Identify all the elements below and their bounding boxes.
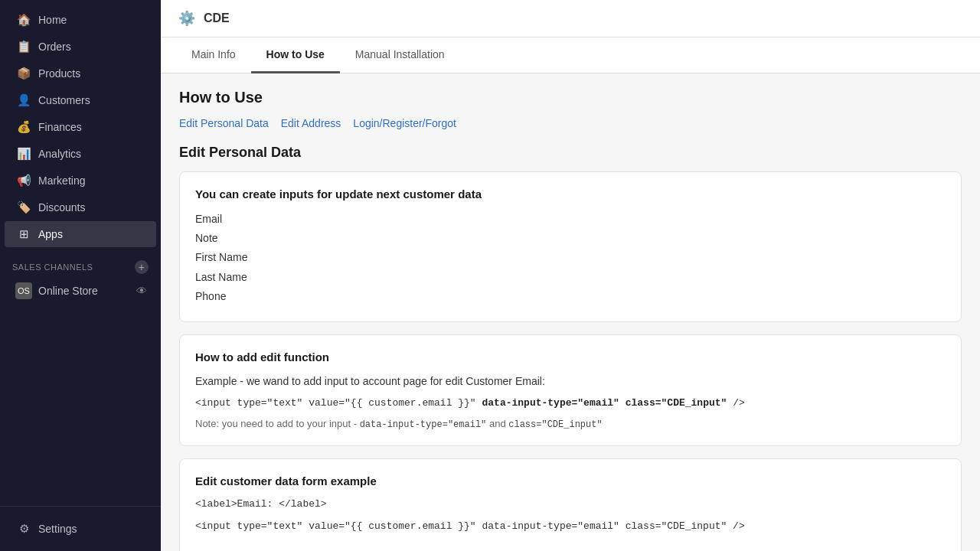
sidebar-bottom: ⚙ Settings (0, 506, 161, 551)
sidebar-item-label-orders: Orders (38, 41, 71, 53)
card-form-example: Edit customer data form example <label>E… (179, 458, 962, 551)
analytics-icon: 📊 (17, 147, 31, 161)
tab-how-to-use[interactable]: How to Use (251, 37, 340, 73)
anchor-link-edit-personal-data[interactable]: Edit Personal Data (179, 117, 269, 129)
list-item: Note (195, 229, 946, 248)
sidebar-nav: 🏠 Home 📋 Orders 📦 Products 👤 Customers 💰… (0, 0, 161, 506)
store-actions: 👁 (135, 284, 149, 298)
sidebar-item-home[interactable]: 🏠 Home (5, 7, 156, 33)
card1-title: You can create inputs for update next cu… (195, 187, 946, 201)
tab-manual-installation[interactable]: Manual Installation (340, 37, 460, 73)
list-item: Last Name (195, 268, 946, 287)
apps-icon: ⊞ (17, 227, 31, 241)
sidebar-item-orders[interactable]: 📋 Orders (5, 34, 156, 60)
sidebar-item-label-apps: Apps (38, 228, 63, 240)
card-add-edit-function: How to add edit function Example - we wa… (179, 334, 962, 446)
sidebar-item-customers[interactable]: 👤 Customers (5, 87, 156, 113)
anchor-links: Edit Personal DataEdit AddressLogin/Regi… (179, 117, 962, 129)
add-sales-channel-button[interactable]: + (135, 260, 149, 274)
tab-main-info[interactable]: Main Info (176, 37, 251, 73)
card2-code-prefix: <input type="text" value="{{ customer.em… (195, 397, 476, 409)
list-item: Email (195, 210, 946, 229)
settings-item[interactable]: ⚙ Settings (5, 516, 156, 542)
note-code1: data-input-type="email" (360, 419, 487, 430)
marketing-icon: 📢 (17, 174, 31, 187)
sidebar-item-label-finances: Finances (38, 121, 82, 133)
card2-code: <input type="text" value="{{ customer.em… (195, 396, 946, 412)
sidebar-item-label-products: Products (38, 67, 80, 80)
card-create-inputs: You can create inputs for update next cu… (179, 171, 962, 322)
card1-list: EmailNoteFirst NameLast NamePhone (195, 210, 946, 306)
sidebar-item-label-discounts: Discounts (38, 201, 85, 214)
card2-code-bold: data-input-type="email" class="CDE_input… (482, 397, 727, 409)
sales-channels-label: Sales channels (12, 262, 93, 272)
sidebar-item-label-customers: Customers (38, 94, 90, 106)
page-title: How to Use (179, 89, 962, 106)
sidebar-item-analytics[interactable]: 📊 Analytics (5, 141, 156, 167)
sidebar-item-label-analytics: Analytics (38, 148, 81, 160)
settings-label: Settings (38, 523, 77, 535)
sidebar-item-label-marketing: Marketing (38, 174, 85, 187)
card3-title: Edit customer data form example (195, 474, 946, 487)
note-and: and (489, 418, 506, 429)
sidebar-item-discounts[interactable]: 🏷️ Discounts (5, 194, 156, 220)
settings-icon: ⚙ (17, 522, 31, 536)
sidebar-item-online-store[interactable]: OS Online Store 👁 (0, 277, 161, 305)
note-code2: class="CDE_input" (508, 419, 602, 430)
sidebar-item-products[interactable]: 📦 Products (5, 60, 156, 86)
list-item: Phone (195, 287, 946, 306)
code-line: <input type="text" value="{{ customer.em… (195, 519, 946, 535)
products-icon: 📦 (17, 67, 31, 80)
card2-description: Example - we wand to add input to accoun… (195, 373, 946, 390)
online-store-label: Online Store (38, 285, 98, 297)
content-area: How to Use Edit Personal DataEdit Addres… (161, 73, 980, 551)
visibility-icon[interactable]: 👁 (135, 284, 149, 298)
sidebar-item-label-home: Home (38, 14, 67, 26)
note-prefix: Note: you need to add to your input - (195, 418, 357, 429)
card2-title: How to add edit function (195, 350, 946, 364)
app-title: CDE (204, 11, 230, 25)
finances-icon: 💰 (17, 120, 31, 134)
orders-icon: 📋 (17, 40, 31, 54)
discounts-icon: 🏷️ (17, 201, 31, 214)
customers-icon: 👤 (17, 93, 31, 107)
code-line (195, 541, 946, 547)
card3-code-block: <label>Email: </label><input type="text"… (195, 497, 946, 551)
store-icon: OS (15, 282, 32, 299)
home-icon: 🏠 (17, 13, 31, 27)
tabs-bar: Main InfoHow to UseManual Installation (161, 37, 980, 73)
app-header: ⚙️ CDE (161, 0, 980, 37)
main-content: ⚙️ CDE Main InfoHow to UseManual Install… (161, 0, 980, 551)
anchor-link-login-register-forgot[interactable]: Login/Register/Forgot (353, 117, 456, 129)
section-heading: Edit Personal Data (179, 145, 962, 161)
list-item: First Name (195, 248, 946, 267)
sidebar-item-finances[interactable]: 💰 Finances (5, 114, 156, 140)
app-header-icon: ⚙️ (176, 8, 198, 29)
card2-code-end: /> (733, 397, 745, 409)
sales-channels-section: Sales channels + (0, 248, 161, 277)
code-line: <label>Email: </label> (195, 497, 946, 513)
sidebar: 🏠 Home 📋 Orders 📦 Products 👤 Customers 💰… (0, 0, 161, 551)
sidebar-item-apps[interactable]: ⊞ Apps (5, 221, 156, 247)
card2-note: Note: you need to add to your input - da… (195, 418, 946, 430)
anchor-link-edit-address[interactable]: Edit Address (281, 117, 341, 129)
sidebar-item-marketing[interactable]: 📢 Marketing (5, 168, 156, 194)
